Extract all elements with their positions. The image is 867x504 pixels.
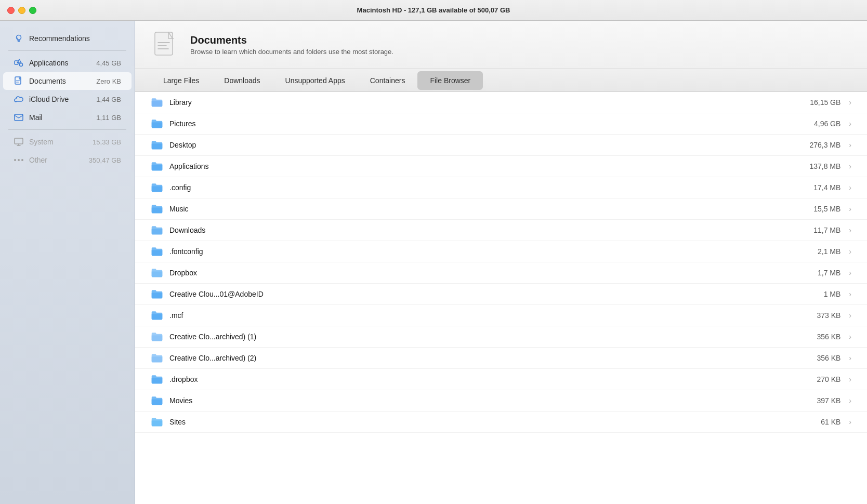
folder-icon bbox=[151, 182, 163, 193]
file-row[interactable]: .mcf 373 KB › bbox=[135, 305, 867, 326]
svg-point-6 bbox=[14, 159, 16, 161]
lightbulb-icon bbox=[14, 33, 24, 44]
file-row[interactable]: Movies 397 KB › bbox=[135, 390, 867, 412]
tab-downloads[interactable]: Downloads bbox=[212, 71, 272, 90]
file-size: 15,5 MB bbox=[789, 205, 840, 213]
chevron-right-icon: › bbox=[849, 290, 851, 298]
chevron-right-icon: › bbox=[849, 418, 851, 426]
file-row[interactable]: Library 16,15 GB › bbox=[135, 92, 867, 113]
file-list: Library 16,15 GB › Pictures 4,96 GB › De… bbox=[135, 92, 867, 504]
sidebar-item-documents[interactable]: Documents Zero KB bbox=[3, 72, 132, 90]
folder-icon bbox=[151, 161, 163, 171]
file-name: Movies bbox=[169, 396, 782, 405]
header-title: Documents bbox=[190, 34, 393, 46]
sidebar-item-system[interactable]: System 15,33 GB bbox=[3, 133, 132, 151]
chevron-right-icon: › bbox=[849, 247, 851, 256]
close-button[interactable] bbox=[7, 7, 15, 14]
chevron-right-icon: › bbox=[849, 98, 851, 107]
folder-icon bbox=[151, 417, 163, 427]
chevron-right-icon: › bbox=[849, 354, 851, 362]
chevron-right-icon: › bbox=[849, 162, 851, 170]
file-size: 1,7 MB bbox=[789, 269, 840, 277]
file-row[interactable]: Creative Clou...01@AdobeID 1 MB › bbox=[135, 284, 867, 305]
folder-icon bbox=[151, 374, 163, 384]
icloud-icon bbox=[14, 94, 24, 104]
applications-size: 4,45 GB bbox=[96, 59, 121, 67]
applications-icon bbox=[14, 58, 24, 68]
file-row[interactable]: Desktop 276,3 MB › bbox=[135, 135, 867, 156]
header-description: Browse to learn which documents and fold… bbox=[190, 48, 393, 56]
file-row[interactable]: .config 17,4 MB › bbox=[135, 177, 867, 198]
file-size: 356 KB bbox=[789, 333, 840, 341]
maximize-button[interactable] bbox=[29, 7, 36, 14]
sidebar-item-mail[interactable]: Mail 1,11 GB bbox=[3, 109, 132, 126]
sidebar-item-recommendations[interactable]: Recommendations bbox=[3, 30, 132, 47]
file-row[interactable]: .fontconfig 2,1 MB › bbox=[135, 241, 867, 262]
svg-point-0 bbox=[17, 35, 21, 40]
minimize-button[interactable] bbox=[18, 7, 25, 14]
file-row[interactable]: Sites 61 KB › bbox=[135, 412, 867, 433]
file-row[interactable]: Music 15,5 MB › bbox=[135, 198, 867, 220]
file-name: Creative Clou...01@AdobeID bbox=[169, 290, 782, 298]
tab-large-files[interactable]: Large Files bbox=[151, 71, 212, 90]
mail-label: Mail bbox=[29, 113, 91, 122]
chevron-right-icon: › bbox=[849, 311, 851, 320]
file-row[interactable]: Pictures 4,96 GB › bbox=[135, 113, 867, 135]
window-title: Macintosh HD - 127,1 GB available of 500… bbox=[357, 6, 510, 14]
documents-icon bbox=[14, 76, 24, 86]
file-name: Downloads bbox=[169, 226, 782, 234]
file-size: 397 KB bbox=[789, 396, 840, 405]
main-container: Recommendations Applications 4,45 GB bbox=[0, 21, 867, 504]
sidebar-item-other[interactable]: Other 350,47 GB bbox=[3, 151, 132, 169]
chevron-right-icon: › bbox=[849, 396, 851, 405]
svg-point-8 bbox=[21, 159, 23, 161]
file-row[interactable]: Creative Clo...archived) (2) 356 KB › bbox=[135, 348, 867, 369]
tab-file-browser[interactable]: File Browser bbox=[417, 71, 483, 90]
file-name: Applications bbox=[169, 162, 782, 170]
chevron-right-icon: › bbox=[849, 141, 851, 149]
file-name: .config bbox=[169, 183, 782, 192]
titlebar: Macintosh HD - 127,1 GB available of 500… bbox=[0, 0, 867, 21]
file-size: 11,7 MB bbox=[789, 226, 840, 234]
chevron-right-icon: › bbox=[849, 269, 851, 277]
file-size: 61 KB bbox=[789, 418, 840, 426]
file-row[interactable]: Dropbox 1,7 MB › bbox=[135, 262, 867, 284]
monitor-icon bbox=[14, 137, 24, 147]
documents-size: Zero KB bbox=[96, 77, 121, 85]
file-name: .dropbox bbox=[169, 375, 782, 383]
chevron-right-icon: › bbox=[849, 375, 851, 383]
tab-bar: Large Files Downloads Unsupported Apps C… bbox=[135, 69, 867, 92]
system-label: System bbox=[29, 138, 87, 146]
sidebar-item-icloud[interactable]: iCloud Drive 1,44 GB bbox=[3, 90, 132, 108]
file-name: Library bbox=[169, 98, 782, 107]
chevron-right-icon: › bbox=[849, 333, 851, 341]
file-name: Music bbox=[169, 205, 782, 213]
file-size: 276,3 MB bbox=[789, 141, 840, 149]
dots-icon bbox=[14, 155, 24, 165]
file-row[interactable]: .dropbox 270 KB › bbox=[135, 369, 867, 390]
file-row[interactable]: Downloads 11,7 MB › bbox=[135, 220, 867, 241]
file-size: 16,15 GB bbox=[789, 98, 840, 107]
file-size: 356 KB bbox=[789, 354, 840, 362]
file-name: Sites bbox=[169, 418, 782, 426]
folder-icon bbox=[151, 97, 163, 108]
chevron-right-icon: › bbox=[849, 226, 851, 234]
sidebar-item-applications[interactable]: Applications 4,45 GB bbox=[3, 54, 132, 72]
content-area: Documents Browse to learn which document… bbox=[135, 21, 867, 504]
file-size: 2,1 MB bbox=[789, 247, 840, 256]
system-size: 15,33 GB bbox=[93, 138, 121, 146]
tab-unsupported-apps[interactable]: Unsupported Apps bbox=[273, 71, 358, 90]
content-header: Documents Browse to learn which document… bbox=[135, 21, 867, 69]
svg-point-7 bbox=[18, 159, 20, 161]
sidebar-divider-1 bbox=[8, 50, 126, 51]
tab-containers[interactable]: Containers bbox=[358, 71, 418, 90]
file-row[interactable]: Creative Clo...archived) (1) 356 KB › bbox=[135, 326, 867, 348]
documents-label: Documents bbox=[29, 77, 91, 85]
svg-rect-5 bbox=[15, 138, 23, 144]
file-row[interactable]: Applications 137,8 MB › bbox=[135, 156, 867, 177]
file-name: .fontconfig bbox=[169, 247, 782, 256]
folder-icon bbox=[151, 204, 163, 214]
chevron-right-icon: › bbox=[849, 205, 851, 213]
folder-icon bbox=[151, 246, 163, 257]
mail-icon bbox=[14, 112, 24, 123]
